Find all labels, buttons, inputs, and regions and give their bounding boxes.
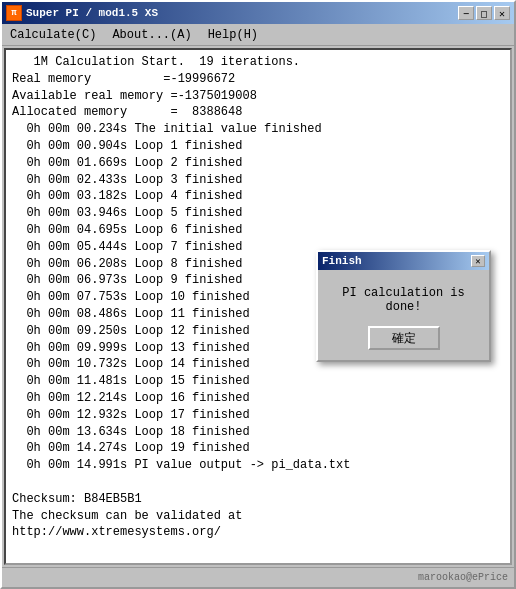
dialog-body: PI calculation is done! 確定 <box>318 270 489 360</box>
title-bar-buttons: − □ ✕ <box>458 6 510 20</box>
status-watermark: marookao@ePrice <box>418 572 508 583</box>
minimize-button[interactable]: − <box>458 6 474 20</box>
finish-dialog: Finish ✕ PI calculation is done! 確定 <box>316 250 491 362</box>
dialog-close-button[interactable]: ✕ <box>471 255 485 267</box>
dialog-message: PI calculation is done! <box>330 286 477 314</box>
menu-item-help[interactable]: Help(H) <box>200 24 266 45</box>
title-bar-left: π Super PI / mod1.5 XS <box>6 5 158 21</box>
dialog-title: Finish <box>322 255 362 267</box>
menu-bar: Calculate(C) About...(A) Help(H) <box>2 24 514 46</box>
maximize-button[interactable]: □ <box>476 6 492 20</box>
log-output-area[interactable]: 1M Calculation Start. 19 iterations. Rea… <box>4 48 512 565</box>
dialog-title-bar: Finish ✕ <box>318 252 489 270</box>
menu-item-calculate[interactable]: Calculate(C) <box>2 24 104 45</box>
app-icon: π <box>6 5 22 21</box>
menu-item-about[interactable]: About...(A) <box>104 24 199 45</box>
status-bar: marookao@ePrice <box>2 567 514 587</box>
window-title: Super PI / mod1.5 XS <box>26 7 158 19</box>
title-bar: π Super PI / mod1.5 XS − □ ✕ <box>2 2 514 24</box>
dialog-ok-button[interactable]: 確定 <box>368 326 440 350</box>
close-button[interactable]: ✕ <box>494 6 510 20</box>
main-window: π Super PI / mod1.5 XS − □ ✕ Calculate(C… <box>0 0 516 589</box>
